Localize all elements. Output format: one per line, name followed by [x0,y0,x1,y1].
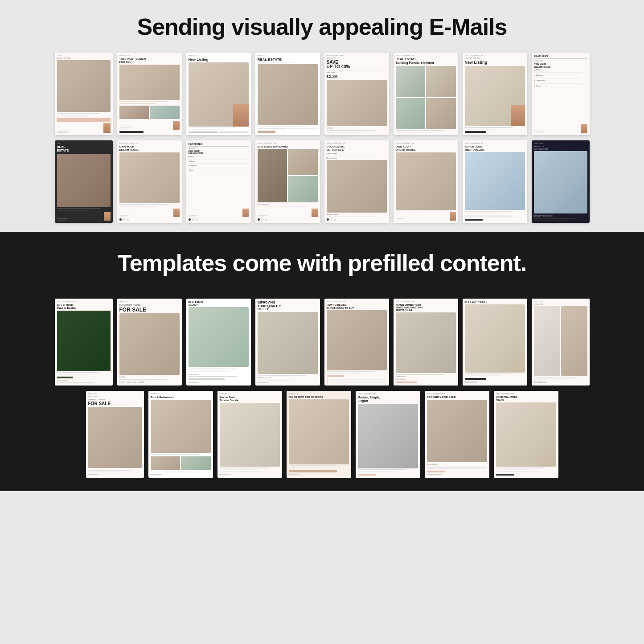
template-card-29[interactable]: June 30, 2024 NEWSLETTER Modern, Simple,… [356,391,420,478]
template-card-2[interactable]: NEWSLETTER THE FINEST DESIGNFOR YOU [117,53,182,135]
template-card-19[interactable]: REAL ESTATEAGENCY Contact us for you www… [186,299,251,386]
template-card-14[interactable]: June 20, 2024 NEWSLETTER OWN YOURDREAM H… [394,140,458,223]
middle-section: Templates come with prefilled content. [0,232,644,294]
template-card-9[interactable]: TTER REALESTATE [55,140,113,223]
main-title: Sending visually appealing E-Mails [9,13,635,40]
top-section: Sending visually appealing E-Mails TTER … [0,0,644,232]
template-card-18[interactable]: NEWSLETTER LUXURIOUS HOUSE FOR SALE Read… [117,299,182,386]
template-card-5[interactable]: More affordable price !! NEWSLETTER SAVE… [324,53,389,135]
template-card-21[interactable]: June 25, 2024 NEWSLETTER HOW TO DECIDEWH… [324,299,389,386]
template-card-27[interactable]: NEWSLETTER Buy or Rent:Time to Decide ww… [217,391,282,478]
template-card-24[interactable]: June 25, 2024 NEWSLETTER MODERN INTERIOR [532,299,590,386]
template-card-7[interactable]: June 25, 2024 NEWSLETTER Check Out This … [463,53,527,135]
template-card-6[interactable]: June 25, 2024 NEWSLETTER REAL ESTATEBuil… [394,53,458,135]
template-card-4[interactable]: NEWSLETTER REAL ESTATE [255,53,320,135]
template-card-20[interactable]: IMPROVINGYOUR QUALITYOF LIFE. PLANNING &… [255,299,320,386]
template-card-23[interactable]: ELEGANT DESIGN MODERN INTERIOR [463,299,527,386]
template-card-8[interactable]: FEATURES NEWSLETTER OWN YOURDREAM HOUSE … [532,53,590,135]
template-row-3: June 25, 2024 NEWSLETTER Buy or Rent:Tim… [9,299,635,386]
template-card-26[interactable]: NEWSLETTER Tips & References maria.yours… [148,391,213,478]
template-card-13[interactable]: June 20, 2024 NEWSLETTER GOOD LIVING,BET… [324,140,389,223]
template-card-15[interactable]: June 20, 2024 NEWSLETTER BUY OR RENT:TIM… [463,140,527,223]
template-card-16[interactable]: June 20, 2024 NEW SLETT OWN REAL ESTATE … [532,140,590,223]
template-card-30[interactable]: June 30, 2024 NEWSLETTER PROPERTY FOR SA… [425,391,489,478]
template-card-31[interactable]: June 30, 2024 NEWSLETTER YOUR BEAUTIFULS… [494,391,558,478]
template-card-11[interactable]: FEATURES NEWSLETTER OWN YOURDREAM HOUSE … [186,140,251,223]
template-card-28[interactable]: NEWSLETTER BUY OR RENT: TIME TO DECIDE w… [287,391,351,478]
template-card-25[interactable]: June 25, 2024 NEWSLETTER LUXURIOUS HOUSE… [86,391,144,478]
template-row-1: TTER MOUSE FOR SALE NEWSLETTER TH [9,53,635,135]
template-row-4: June 25, 2024 NEWSLETTER LUXURIOUS HOUSE… [9,391,635,478]
template-card-17[interactable]: June 25, 2024 NEWSLETTER Buy or Rent:Tim… [55,299,113,386]
template-card-3[interactable]: NEWSLETTER New Listing [186,53,251,135]
bottom-section: June 25, 2024 NEWSLETTER Buy or Rent:Tim… [0,294,644,491]
template-card-12[interactable]: June 20, 2024 NEWSLETTER REAL ESTATE ENV… [255,140,320,223]
middle-title: Templates come with prefilled content. [9,250,635,276]
template-card-10[interactable]: June 20, 2024 NEWSLETTER OWN YOURDREAM H… [117,140,182,223]
template-row-2: TTER REALESTATE June 20, 2024 NEWSLETTER… [9,140,635,223]
template-card-1[interactable]: TTER MOUSE FOR SALE [55,53,113,135]
template-card-22[interactable]: June 25, 2024 NEWSLETTER TRANSFORMING YO… [394,299,458,386]
